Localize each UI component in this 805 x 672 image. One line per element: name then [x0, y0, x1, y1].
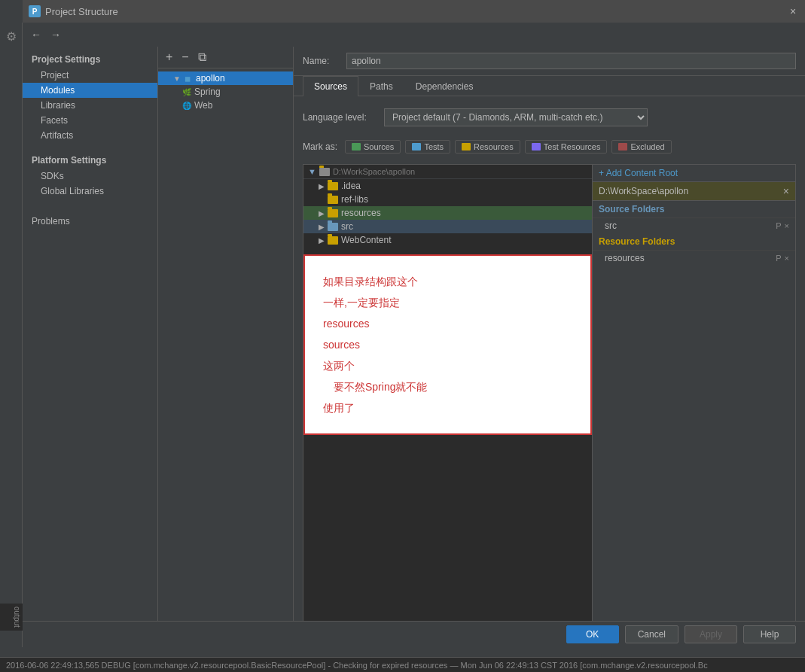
file-tree-item-idea[interactable]: ▶ .idea — [303, 179, 592, 193]
sidebar-item-global-libraries[interactable]: Global Libraries — [23, 184, 157, 199]
source-folder-item-src: src P × — [593, 218, 795, 233]
mark-sources-button[interactable]: Sources — [345, 140, 401, 154]
output-panel-label[interactable]: output — [0, 604, 23, 631]
tab-sources[interactable]: Sources — [303, 76, 358, 96]
add-module-button[interactable]: + — [163, 50, 175, 65]
sidebar-item-sdks[interactable]: SDKs — [23, 169, 157, 184]
sidebar: Project Settings Project Modules Librari… — [23, 47, 158, 647]
file-tree-item-src[interactable]: ▶ src — [303, 220, 592, 233]
resource-folders-label: Resource Folders — [593, 233, 795, 251]
edit-source-icon[interactable]: P — [776, 221, 781, 230]
project-settings-label: Project Settings — [23, 50, 157, 68]
sidebar-item-project[interactable]: Project — [23, 68, 157, 83]
remove-resource-icon[interactable]: × — [785, 254, 789, 263]
title-bar-title: Project Structure — [45, 6, 118, 17]
resource-folder-actions: P × — [776, 254, 789, 263]
module-tree: ▼ ◼ apollon 🌿 Spring 🌐 Web — [158, 68, 293, 647]
file-tree-item-resources[interactable]: ▶ resources — [303, 206, 592, 220]
app-icon: P — [29, 5, 41, 17]
name-label: Name: — [303, 56, 340, 66]
module-tree-panel: + − ⧉ ▼ ◼ apollon 🌿 Spring — [158, 47, 294, 647]
cancel-button[interactable]: Cancel — [625, 625, 678, 643]
split-area: ▼ D:\WorkSpace\apollon ▶ .idea — [303, 164, 796, 638]
tab-content: Language level: Project default (7 - Dia… — [294, 96, 805, 647]
name-input[interactable] — [346, 53, 796, 69]
sidebar-item-modules[interactable]: Modules — [23, 83, 157, 98]
help-button[interactable]: Help — [743, 625, 796, 643]
file-tree-item-ref-libs[interactable]: ▶ ref-libs — [303, 193, 592, 206]
dialog: ← → Project Settings Project Modules Lib… — [23, 23, 805, 647]
tree-item-spring[interactable]: 🌿 Spring — [158, 85, 293, 99]
mark-tests-button[interactable]: Tests — [405, 140, 450, 154]
edit-resource-icon[interactable]: P — [776, 254, 781, 263]
spring-icon: 🌿 — [182, 88, 191, 96]
sidebar-item-problems[interactable]: Problems — [23, 214, 157, 229]
copy-module-button[interactable]: ⧉ — [195, 50, 209, 65]
content-root-close-button[interactable]: × — [783, 185, 789, 197]
content-area: Project Settings Project Modules Librari… — [23, 47, 805, 647]
resource-folder-item-resources: resources P × — [593, 251, 795, 266]
language-level-select[interactable]: Project default (7 - Diamonds, ARM, mult… — [384, 108, 648, 126]
annotation-box: 如果目录结构跟这个 一样,一定要指定 resources sources 这两个… — [303, 254, 592, 435]
bottom-bar: OK Cancel Apply Help — [23, 621, 805, 647]
mark-as-row: Mark as: Sources Tests Resources — [303, 137, 796, 157]
main-panel: Name: Sources Paths Dependencies Languag… — [294, 47, 805, 647]
tab-paths[interactable]: Paths — [358, 76, 404, 96]
tabs: Sources Paths Dependencies — [294, 76, 805, 96]
source-folder-actions: P × — [776, 221, 789, 230]
remove-source-icon[interactable]: × — [785, 221, 789, 230]
top-nav: ← → — [23, 23, 805, 47]
mark-as-label: Mark as: — [303, 141, 337, 152]
back-button[interactable]: ← — [29, 27, 44, 42]
tab-dependencies[interactable]: Dependencies — [404, 76, 485, 96]
title-bar: P Project Structure × — [23, 0, 805, 23]
remove-module-button[interactable]: − — [178, 50, 191, 65]
resources-icon — [462, 143, 471, 151]
module-icon: ◼ — [182, 73, 193, 84]
language-level-label: Language level: — [303, 112, 378, 123]
test-resources-icon — [532, 143, 541, 151]
apply-button[interactable]: Apply — [685, 625, 737, 643]
add-content-root-header: + Add Content Root — [593, 165, 795, 182]
tree-item-web[interactable]: 🌐 Web — [158, 99, 293, 112]
excluded-icon — [618, 143, 627, 151]
language-level-row: Language level: Project default (7 - Dia… — [303, 105, 796, 129]
tree-toolbar: + − ⧉ — [158, 47, 293, 68]
close-button[interactable]: × — [787, 5, 799, 17]
sidebar-item-facets[interactable]: Facets — [23, 113, 157, 128]
platform-settings-label: Platform Settings — [23, 151, 157, 169]
file-tree-panel: ▼ D:\WorkSpace\apollon ▶ .idea — [303, 164, 593, 638]
add-content-root-button[interactable]: + Add Content Root — [599, 168, 678, 178]
status-bar: 2016-06-06 22:49:13,565 DEBUG [com.mchan… — [0, 657, 805, 672]
ok-button[interactable]: OK — [566, 625, 619, 643]
mark-test-resources-button[interactable]: Test Resources — [525, 140, 608, 154]
content-root-panel: + Add Content Root D:\WorkSpace\apollon … — [593, 164, 796, 638]
arrow-icon: ▼ — [173, 74, 182, 83]
status-text: 2016-06-06 22:49:13,565 DEBUG [com.mchan… — [6, 661, 708, 670]
tree-item-apollon[interactable]: ▼ ◼ apollon — [158, 71, 293, 85]
web-icon: 🌐 — [182, 102, 191, 110]
mark-resources-button[interactable]: Resources — [455, 140, 520, 154]
sidebar-item-artifacts[interactable]: Artifacts — [23, 128, 157, 143]
gear-icon[interactable]: ⚙ — [4, 29, 19, 44]
gear-bar: ⚙ — [0, 23, 23, 647]
forward-button[interactable]: → — [48, 27, 63, 42]
tests-icon — [412, 143, 421, 151]
mark-excluded-button[interactable]: Excluded — [611, 140, 671, 154]
sources-icon — [352, 143, 361, 151]
content-root-path: D:\WorkSpace\apollon × — [593, 182, 795, 201]
sidebar-item-libraries[interactable]: Libraries — [23, 98, 157, 113]
name-row: Name: — [294, 47, 805, 76]
file-tree-root[interactable]: ▼ D:\WorkSpace\apollon — [303, 165, 592, 179]
source-folders-label: Source Folders — [593, 201, 795, 218]
file-tree-item-webcontent[interactable]: ▶ WebContent — [303, 233, 592, 247]
